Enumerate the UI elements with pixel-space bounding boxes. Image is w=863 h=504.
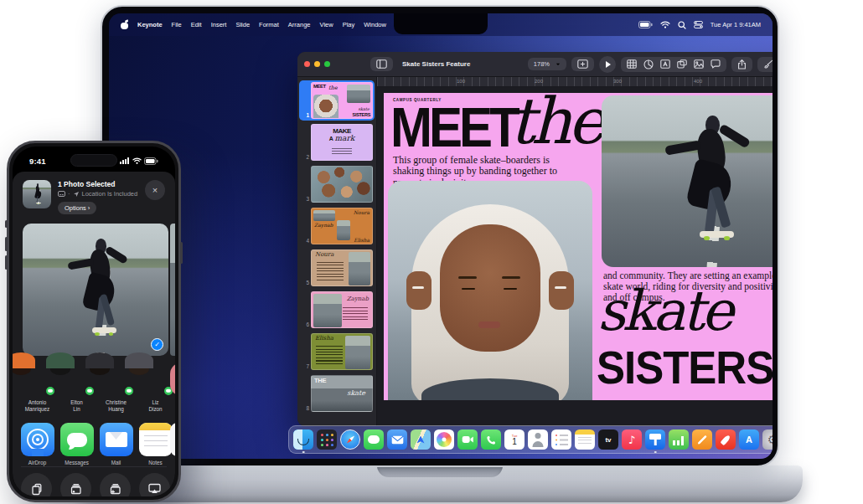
notes-icon [139,423,173,456]
selected-photo[interactable]: ✓ [23,224,168,356]
menu-edit[interactable]: Edit [191,21,202,28]
dock-calendar-icon[interactable]: Tue 1 [504,429,525,450]
messages-share-button[interactable]: Messages [57,423,96,465]
thumbnail-art-1: MEET the skate SISTERS [311,82,373,119]
share-sheet-subtitle: · Location Is Included [58,190,138,198]
mail-share-button[interactable]: Mail [96,423,136,465]
mail-icon [100,423,133,456]
battery-icon [144,157,158,165]
dock-tv-icon[interactable]: tv [598,429,618,450]
screen-mirroring-button[interactable] [139,473,170,496]
slide-thumbnail-8[interactable]: 8 THE skate [299,373,375,414]
share-contacts-row: AntonioManriquez EltonLin ChristineHuang… [18,363,175,413]
add-slide-button[interactable] [571,57,594,71]
dock-launchpad-icon[interactable] [317,429,337,450]
keynote-toolbar: Skate Sisters Feature 178% [297,52,773,77]
slide-thumbnail-3[interactable]: 3 [299,164,375,204]
slide-thumbnail-1[interactable]: 1 MEET the skate SISTERS [299,80,375,121]
slide-thumbnail-5[interactable]: 5 Noura [299,248,375,288]
menu-insert[interactable]: Insert [211,21,227,28]
comment-icon[interactable] [711,59,721,69]
dock-safari-icon[interactable] [340,429,360,450]
menu-app-name[interactable]: Keynote [137,21,163,28]
dock-numbers-icon[interactable] [669,429,689,450]
slide-canvas: CAMPUS QUARTERLY MEET the This group of … [377,87,773,426]
dock-phone-icon[interactable] [481,429,501,450]
sheet-divider [21,466,167,467]
dock-notes-icon[interactable] [575,429,595,450]
control-center-icon[interactable] [694,21,703,28]
dock-reminders-icon[interactable] [551,429,571,450]
selected-check-badge: ✓ [151,338,163,351]
dock-music-icon[interactable]: ♪ [622,429,642,450]
slide-thumbnail-6[interactable]: 6 Zaynab [299,290,375,330]
dock-rocket-icon[interactable] [716,429,736,450]
dock-maps-icon[interactable] [411,429,431,450]
dock-contacts-icon[interactable] [528,429,548,450]
notes-share-button[interactable]: Notes [136,423,175,465]
menu-format[interactable]: Format [259,21,279,28]
view-button[interactable] [370,57,393,71]
dock-keynote-icon[interactable] [645,429,665,450]
contact-liz[interactable]: LizDizon [136,363,175,413]
text-icon[interactable] [660,59,670,69]
shape-icon[interactable] [677,59,687,69]
slide-navigator: 1 MEET the skate SISTERS 2 [297,77,377,426]
add-to-album-icon [108,482,122,496]
menu-file[interactable]: File [172,21,182,28]
slide-thumbnail-4[interactable]: 4 Noura Zaynab Elisha [299,206,375,246]
dock-facetime-icon[interactable] [457,429,478,450]
iphone-screen: 9:41 1 Photo Selected [13,147,175,496]
add-to-shared-album-button[interactable] [60,473,91,496]
airdrop-button[interactable]: AirDrop [18,423,57,465]
volume-up-button [5,237,8,251]
slide-headline: MEET [390,100,517,156]
skater-figure [664,113,754,250]
share-button[interactable] [731,57,752,72]
format-icon[interactable] [763,59,773,69]
slide-footer-script: skate [597,284,731,339]
wifi-icon [132,157,142,164]
messages-icon [60,423,94,456]
menu-slide[interactable]: Slide [235,21,250,28]
battery-icon[interactable] [638,21,653,28]
thumbnail-art-6: Zaynab [311,291,373,328]
slide-editor[interactable]: CAMPUS QUARTERLY MEET the This group of … [384,93,773,400]
search-icon[interactable] [678,21,686,29]
options-button[interactable]: Options › [58,202,96,214]
dock-photos-icon[interactable] [434,429,454,450]
window-close-button[interactable] [304,61,310,67]
close-button[interactable]: × [145,180,165,200]
media-icon[interactable] [694,59,704,69]
dock-mail-icon[interactable] [387,429,407,450]
zoom-level-menu[interactable]: 178% [528,58,566,70]
dock-finder-icon[interactable] [293,429,313,450]
menu-bar-clock[interactable]: Tue Apr 1 9:41AM [711,21,761,28]
dock-settings-icon[interactable]: ⚙ [762,429,773,450]
apple-menu-icon[interactable] [121,21,128,29]
dock-messages-icon[interactable] [364,429,384,450]
dock-pages-icon[interactable] [692,429,712,450]
location-icon [73,191,80,198]
slide-footer-bold: SISTERS [597,344,773,391]
play-button[interactable] [599,56,616,73]
wifi-icon[interactable] [660,21,670,28]
add-to-album-button[interactable] [100,473,131,496]
slide-thumbnail-2[interactable]: 2 MAKE A mark [299,122,375,162]
copy-button[interactable] [21,473,52,496]
status-time: 9:41 [29,157,46,166]
chart-icon[interactable] [643,59,654,69]
slide-thumbnail-7[interactable]: 7 Elisha [299,332,375,372]
window-minimize-button[interactable] [314,61,320,67]
menu-arrange[interactable]: Arrange [288,21,311,28]
inspector-toolbar-group [757,57,773,72]
window-zoom-button[interactable] [324,61,330,67]
share-apps-row: AirDrop Messages Mail Notes [18,423,175,465]
share-sheet: 1 Photo Selected · Location Is Included … [13,172,175,496]
menu-window[interactable]: Window [364,21,386,28]
dock-app-store-icon[interactable]: A [739,429,759,450]
next-photo-sliver[interactable] [170,224,175,356]
table-icon[interactable] [627,59,637,69]
menu-play[interactable]: Play [343,21,355,28]
menu-view[interactable]: View [320,21,333,28]
